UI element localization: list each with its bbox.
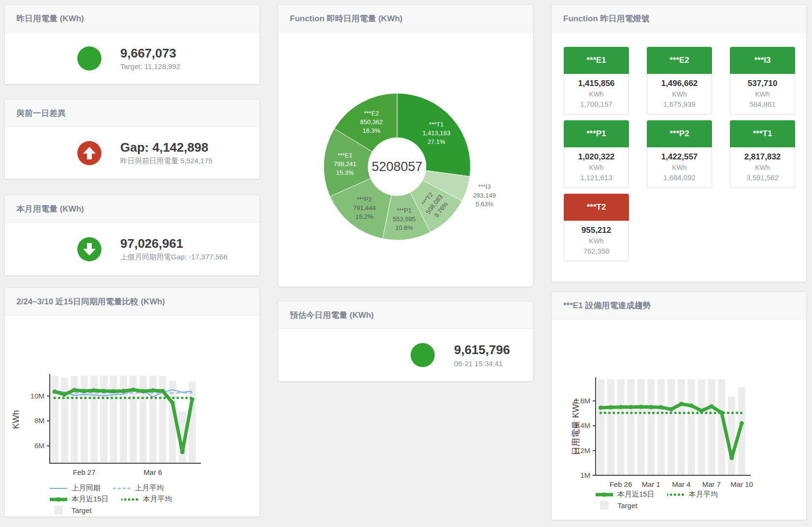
legend-row: 上月同期上月平均	[50, 484, 172, 493]
lamp-tile-body: 2,817,832KWh3,591,562	[730, 147, 795, 188]
card-prev-day-gap: 與前一日差異 Gap: 4,142,898 昨日與前日用電量 5,524,175	[4, 99, 260, 179]
card-title: 本月用電量 (KWh)	[5, 195, 259, 223]
donut-center-total: 5208057	[371, 159, 422, 174]
card-month-usage: 本月用電量 (KWh) 97,026,961 上個月同期用電Gap: -17,3…	[4, 195, 260, 276]
lamp-target-value: 1,675,939	[647, 100, 712, 108]
legend-item[interactable]: Target	[50, 506, 92, 514]
lamp-tile-grid: ***E11,415,856KWh1,700,157***E21,496,662…	[564, 47, 795, 261]
card-realtime-donut: Function 即時日用電量 (KWh) ***T11,413,18327.1…	[278, 4, 533, 287]
series-point	[53, 389, 57, 394]
series-point	[180, 450, 185, 454]
y-axis-tick: 10M	[30, 392, 44, 400]
lamp-tile[interactable]: ***T12,817,832KWh3,591,562	[730, 120, 795, 188]
compare-chart-legend: 上月同期上月平均本月近15日本月平均Target	[50, 484, 172, 514]
lamp-tile[interactable]: ***E21,496,662KWh1,675,939	[647, 47, 712, 114]
target-bar	[607, 379, 614, 475]
card-title: Function 即時日用電量 (KWh)	[278, 5, 533, 32]
lamp-value: 955,212	[564, 226, 628, 235]
lamp-tile[interactable]: ***E11,415,856KWh1,700,157	[564, 47, 629, 114]
lamp-tile[interactable]: ***P11,020,322KWh1,121,613	[564, 120, 629, 188]
target-bar	[728, 397, 735, 475]
lamp-tile-label: ***T1	[730, 120, 795, 147]
y-axis-tick: 6M	[34, 442, 44, 450]
x-axis-tick: Mar 4	[672, 480, 690, 488]
lamp-target-value: 1,700,157	[564, 100, 628, 108]
lamp-value: 1,422,557	[647, 152, 712, 162]
target-bar	[597, 379, 604, 475]
target-bar	[708, 379, 715, 475]
kpi-subtitle: Target: 11,128,992	[120, 62, 180, 71]
lamp-tile-body: 537,710KWh584,861	[730, 74, 795, 114]
series-point	[689, 403, 694, 408]
series-point	[151, 388, 155, 393]
lamp-tile[interactable]: ***P21,422,557KWh1,684,092	[647, 120, 712, 188]
lamp-tile[interactable]: ***T2955,212KWh762,358	[564, 194, 629, 261]
target-bar	[647, 379, 655, 475]
target-bar	[51, 376, 58, 463]
lamp-unit: KWh	[647, 164, 712, 171]
kpi-subtitle: 昨日與前日用電量 5,524,175	[120, 157, 213, 166]
lamp-tile-label: ***T2	[564, 194, 629, 221]
legend-sample-icon	[596, 501, 613, 510]
legend-label: 本月近15日	[71, 495, 109, 504]
legend-sample-icon	[113, 484, 130, 493]
legend-item[interactable]: 本月平均	[121, 495, 172, 504]
lamp-tile-label: ***E1	[564, 47, 629, 74]
legend-item[interactable]: 上月平均	[113, 484, 164, 493]
legend-item[interactable]: 本月平均	[667, 490, 718, 499]
series-point	[171, 400, 175, 405]
series-point	[92, 388, 96, 393]
x-axis-tick: Mar 1	[642, 480, 660, 488]
arrow-up-circle-icon	[77, 141, 101, 165]
legend-label: 本月平均	[689, 490, 718, 499]
donut-slice-label: ***I3293,1495.63%	[473, 183, 496, 208]
x-axis-tick: Feb 26	[610, 480, 632, 488]
target-bar	[140, 376, 147, 463]
series-point	[649, 405, 653, 409]
target-bar	[657, 379, 665, 475]
series-point	[121, 389, 126, 393]
series-point	[82, 389, 86, 393]
legend-item[interactable]: Target	[596, 501, 638, 510]
series-point	[112, 389, 116, 393]
lamp-value: 1,496,662	[647, 79, 712, 88]
legend-sample-icon	[50, 495, 67, 504]
lamp-tile-body: 1,422,557KWh1,684,092	[647, 147, 712, 188]
card-lamp-status: Function 昨日用電燈號 ***E11,415,856KWh1,700,1…	[551, 4, 807, 282]
legend-item[interactable]: 本月近15日	[596, 490, 655, 499]
y-axis-tick: 8M	[34, 416, 44, 425]
series-point	[729, 456, 734, 460]
card-15day-compare-chart: 2/24~3/10 近15日同期用電量比較 (KWh) 6M8M10MFeb 2…	[4, 287, 260, 517]
status-circle-icon	[411, 343, 435, 367]
card-title: ***E1 設備用電達成趨勢	[552, 292, 806, 319]
kpi-value: Gap: 4,142,898	[120, 140, 213, 155]
target-bar	[61, 378, 68, 463]
target-bar	[688, 379, 695, 475]
legend-label: 上月同期	[71, 484, 100, 493]
lamp-value: 537,710	[730, 79, 795, 88]
series-point	[659, 405, 663, 410]
lamp-target-value: 1,121,613	[564, 173, 628, 182]
target-bar	[110, 376, 117, 463]
realtime-usage-donut-chart[interactable]: ***T11,413,18327.1%***I3293,1495.63%***T…	[278, 32, 533, 286]
legend-item[interactable]: 本月近15日	[50, 495, 109, 504]
lamp-unit: KWh	[730, 90, 795, 98]
series-point	[131, 387, 135, 392]
card-title: 與前一日差異	[5, 100, 259, 127]
lamp-target-value: 762,358	[564, 247, 628, 255]
lamp-tile-label: ***E2	[647, 47, 712, 74]
x-axis-tick: Feb 27	[73, 468, 96, 476]
lamp-tile[interactable]: ***I3537,710KWh584,861	[730, 47, 795, 114]
kpi-value: 97,026,961	[120, 236, 228, 251]
legend-row: 本月近15日本月平均	[596, 490, 718, 499]
arrow-down-circle-icon	[77, 237, 101, 261]
legend-label: 本月平均	[143, 495, 172, 504]
legend-item[interactable]: 上月同期	[50, 484, 100, 493]
lamp-tile-label: ***P2	[647, 120, 712, 147]
series-point	[72, 388, 76, 392]
card-today-estimate: 預估今日用電量 (KWh) 9,615,796 06-21 15:34:41	[278, 301, 533, 382]
kpi-subtitle: 上個月同期用電Gap: -17,377,566	[120, 253, 228, 262]
target-bar	[698, 379, 705, 475]
series-point	[709, 404, 713, 409]
lamp-unit: KWh	[564, 237, 628, 245]
